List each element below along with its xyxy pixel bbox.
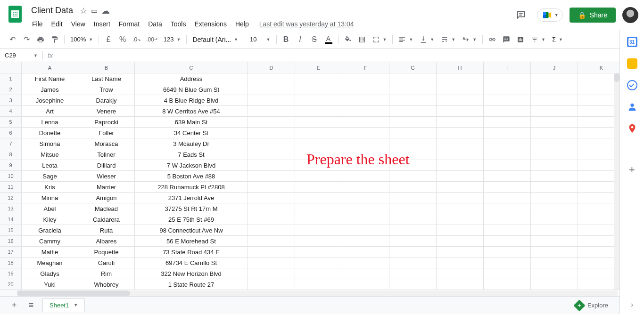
cell[interactable] [295,95,342,106]
row-header[interactable]: 16 [0,236,22,247]
italic-button[interactable]: I [294,33,307,46]
cell[interactable] [295,193,342,203]
cell[interactable] [437,106,484,117]
keep-icon[interactable] [627,58,637,69]
cell[interactable] [342,268,389,279]
cell[interactable]: Foller [78,128,135,138]
cell[interactable] [342,84,389,95]
cell[interactable]: First Name [22,73,78,84]
add-sheet-button[interactable]: + [6,298,23,313]
cell[interactable] [342,149,389,160]
cell[interactable]: 1 State Route 27 [135,279,248,290]
chevron-down-icon[interactable]: ▼ [74,303,78,307]
cell[interactable] [531,225,578,236]
cell[interactable] [342,258,389,268]
cell[interactable] [531,182,578,193]
menu-format[interactable]: Format [115,18,143,30]
cell[interactable]: Albares [78,236,135,247]
cell[interactable] [342,171,389,182]
row-header[interactable]: 15 [0,225,22,236]
cell[interactable]: Dilliard [78,160,135,171]
cell[interactable] [437,117,484,128]
font-select[interactable]: Default (Ari...▼ [190,33,241,46]
cell[interactable] [437,193,484,203]
cell[interactable] [437,268,484,279]
cell[interactable] [295,128,342,138]
cell[interactable]: 56 E Morehead St [135,236,248,247]
cell[interactable]: Wieser [78,171,135,182]
cell[interactable]: Maclead [78,203,135,214]
paint-format-button[interactable] [48,33,61,46]
percent-button[interactable]: % [116,33,129,46]
row-header[interactable]: 20 [0,279,22,290]
cell[interactable] [342,95,389,106]
cell[interactable] [484,182,531,193]
cell[interactable] [484,95,531,106]
cell[interactable]: Address [135,73,248,84]
cell[interactable]: Morasca [78,138,135,149]
column-header[interactable]: I [484,62,531,73]
all-sheets-button[interactable]: ≡ [23,298,40,313]
cell[interactable] [248,117,295,128]
functions-button[interactable]: Σ▼ [549,33,566,46]
cell[interactable]: 34 Center St [135,128,248,138]
cell[interactable] [389,128,437,138]
cell[interactable]: Venere [78,106,135,117]
cell[interactable] [389,182,437,193]
cell[interactable] [389,106,437,117]
cell[interactable] [389,214,437,225]
cell[interactable]: 5 Boston Ave #88 [135,171,248,182]
formula-input[interactable] [58,49,644,62]
cell[interactable] [484,268,531,279]
cell[interactable]: Amigon [78,193,135,203]
cell[interactable] [389,236,437,247]
cell[interactable] [295,225,342,236]
cell[interactable] [295,84,342,95]
cell[interactable] [342,73,389,84]
cell[interactable] [389,258,437,268]
cell[interactable] [437,84,484,95]
column-header[interactable]: D [248,62,295,73]
cell[interactable] [342,128,389,138]
cell[interactable] [437,95,484,106]
cell[interactable] [484,84,531,95]
cell[interactable] [342,203,389,214]
menu-file[interactable]: File [28,18,47,30]
cell[interactable] [437,160,484,171]
comments-icon[interactable] [512,6,530,24]
share-button[interactable]: 🔒 Share [570,8,616,23]
more-formats-button[interactable]: 123▼ [161,33,184,46]
cell[interactable] [248,193,295,203]
cell[interactable] [531,160,578,171]
font-size-select[interactable]: 10▼ [247,33,273,46]
cell[interactable] [389,160,437,171]
cell[interactable] [389,193,437,203]
select-all-corner[interactable] [0,62,22,73]
cell[interactable] [295,268,342,279]
fill-color-button[interactable] [341,33,355,46]
contacts-icon[interactable] [627,102,637,112]
cell[interactable] [531,106,578,117]
strikethrough-button[interactable]: S [308,33,321,46]
move-icon[interactable]: ▭ [91,7,98,15]
cloud-icon[interactable]: ☁ [101,6,110,16]
cell[interactable]: Last Name [78,73,135,84]
cell[interactable] [248,258,295,268]
cell[interactable]: Sage [22,171,78,182]
cell[interactable] [484,117,531,128]
cell[interactable] [389,268,437,279]
cell[interactable] [248,182,295,193]
cell[interactable] [389,247,437,258]
row-header[interactable]: 6 [0,128,22,138]
undo-button[interactable]: ↶ [6,33,19,46]
cell[interactable] [531,149,578,160]
row-header[interactable]: 8 [0,149,22,160]
cell[interactable] [295,106,342,117]
cell[interactable] [295,182,342,193]
cell[interactable] [484,236,531,247]
cell[interactable] [342,117,389,128]
cell[interactable] [248,138,295,149]
borders-button[interactable] [355,33,369,46]
cell[interactable] [531,138,578,149]
cell[interactable]: Abel [22,203,78,214]
